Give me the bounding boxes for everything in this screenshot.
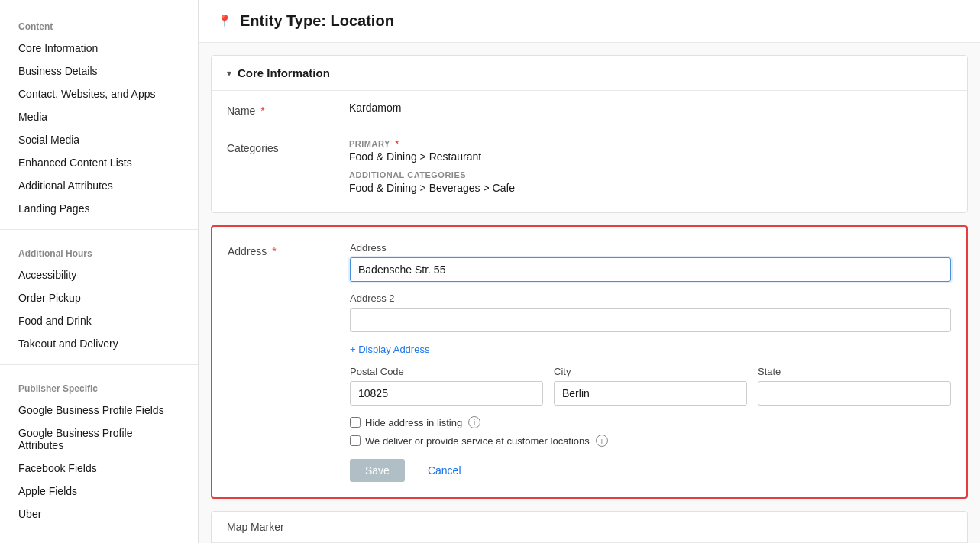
name-label: Name *: [227, 102, 349, 117]
categories-content: PRIMARY * Food & Dining > Restaurant ADD…: [349, 139, 952, 202]
sidebar-divider-2: [0, 364, 198, 365]
address-form-row: Address * Address Address 2 + Display Ad…: [228, 242, 951, 482]
sidebar-divider-1: [0, 229, 198, 230]
name-required: *: [257, 105, 264, 117]
section-title-core: Core Information: [238, 66, 330, 79]
postal-code-group: Postal Code: [350, 366, 543, 406]
page-header: 📍 Entity Type: Location: [199, 0, 980, 43]
sidebar-item-core-information[interactable]: Core Information: [0, 37, 198, 60]
city-input[interactable]: [554, 381, 747, 406]
postal-code-input[interactable]: [350, 381, 543, 406]
deliver-service-checkbox[interactable]: [350, 435, 361, 446]
sidebar-item-apple-fields[interactable]: Apple Fields: [0, 480, 198, 503]
display-address-link[interactable]: + Display Address: [350, 344, 429, 355]
map-section: Map Marker 📍 HWR Bibliothek Campus Schör…: [211, 511, 968, 543]
hide-address-checkbox[interactable]: [350, 417, 361, 428]
sidebar-section-label-additional-hours: Additional Hours: [0, 239, 198, 263]
location-pin-icon: 📍: [217, 14, 232, 28]
sidebar-item-media[interactable]: Media: [0, 105, 198, 128]
section-header-core[interactable]: ▾ Core Information: [212, 56, 967, 91]
address-form-card: Address * Address Address 2 + Display Ad…: [211, 225, 968, 499]
categories-label: Categories: [227, 139, 349, 154]
address-line1-group: Address: [350, 242, 951, 282]
address-line2-input[interactable]: [350, 308, 951, 332]
cancel-button[interactable]: Cancel: [412, 459, 477, 482]
hide-address-row: Hide address in listing i: [350, 416, 951, 428]
address-field-label: Address *: [228, 242, 350, 257]
city-label: City: [554, 366, 747, 377]
sidebar-item-food-and-drink[interactable]: Food and Drink: [0, 309, 198, 332]
field-row-name: Name * Kardamom: [212, 91, 967, 128]
sidebar-item-google-profile-fields[interactable]: Google Business Profile Fields: [0, 399, 198, 422]
page-title: Entity Type: Location: [240, 12, 394, 30]
sidebar-item-order-pickup[interactable]: Order Pickup: [0, 286, 198, 309]
address-line1-input[interactable]: [350, 257, 951, 282]
sidebar-item-google-profile-attributes[interactable]: Google Business Profile Attributes: [0, 422, 198, 457]
sidebar-item-accessibility[interactable]: Accessibility: [0, 263, 198, 286]
hide-address-info-icon[interactable]: i: [468, 416, 480, 428]
deliver-service-info-icon[interactable]: i: [596, 435, 608, 447]
form-actions: Save Cancel: [350, 459, 951, 482]
city-group: City: [554, 366, 747, 406]
sidebar: Content Core Information Business Detail…: [0, 0, 199, 543]
address-required: *: [269, 245, 276, 257]
state-group: State: [758, 366, 951, 406]
sidebar-section-additional-hours: Additional Hours Accessibility Order Pic…: [0, 239, 198, 355]
sidebar-section-content: Content Core Information Business Detail…: [0, 12, 198, 220]
save-button[interactable]: Save: [350, 459, 405, 482]
sidebar-item-uber[interactable]: Uber: [0, 503, 198, 525]
sidebar-item-additional-attributes[interactable]: Additional Attributes: [0, 174, 198, 197]
chevron-down-icon: ▾: [227, 68, 231, 79]
main-content: 📍 Entity Type: Location ▾ Core Informati…: [199, 0, 980, 543]
additional-category-value: Food & Dining > Beverages > Cafe: [349, 182, 952, 194]
sidebar-section-label-content: Content: [0, 12, 198, 37]
primary-category-value: Food & Dining > Restaurant: [349, 150, 952, 163]
deliver-service-row: We deliver or provide service at custome…: [350, 435, 951, 447]
primary-categories: PRIMARY * Food & Dining > Restaurant: [349, 139, 952, 163]
sidebar-item-landing-pages[interactable]: Landing Pages: [0, 197, 198, 220]
map-section-header: Map Marker: [212, 512, 967, 543]
core-information-section: ▾ Core Information Name * Kardamom Categ…: [211, 55, 968, 213]
sidebar-item-facebook-fields[interactable]: Facebook Fields: [0, 457, 198, 480]
sidebar-item-enhanced-content-lists[interactable]: Enhanced Content Lists: [0, 151, 198, 174]
address-line1-label: Address: [350, 242, 951, 254]
deliver-service-label: We deliver or provide service at custome…: [365, 435, 590, 447]
postal-code-label: Postal Code: [350, 366, 543, 377]
postal-city-state-row: Postal Code City State: [350, 366, 951, 406]
sidebar-section-label-publisher: Publisher Specific: [0, 374, 198, 399]
hide-address-label: Hide address in listing: [365, 417, 462, 428]
additional-categories: ADDITIONAL CATEGORIES Food & Dining > Be…: [349, 170, 952, 194]
sidebar-item-business-details[interactable]: Business Details: [0, 60, 198, 82]
additional-label: ADDITIONAL CATEGORIES: [349, 170, 952, 179]
address-line2-label: Address 2: [350, 293, 951, 304]
sidebar-section-publisher-specific: Publisher Specific Google Business Profi…: [0, 374, 198, 525]
sidebar-item-takeout-and-delivery[interactable]: Takeout and Delivery: [0, 332, 198, 355]
sidebar-item-social-media[interactable]: Social Media: [0, 128, 198, 151]
field-row-categories: Categories PRIMARY * Food & Dining > Res…: [212, 128, 967, 212]
state-input[interactable]: [758, 381, 951, 406]
name-value: Kardamom: [349, 102, 952, 114]
address-fields-container: Address Address 2 + Display Address Post…: [350, 242, 951, 482]
state-label: State: [758, 366, 951, 377]
address-line2-group: Address 2: [350, 293, 951, 332]
primary-label: PRIMARY *: [349, 139, 952, 148]
sidebar-item-contact-websites-apps[interactable]: Contact, Websites, and Apps: [0, 82, 198, 105]
